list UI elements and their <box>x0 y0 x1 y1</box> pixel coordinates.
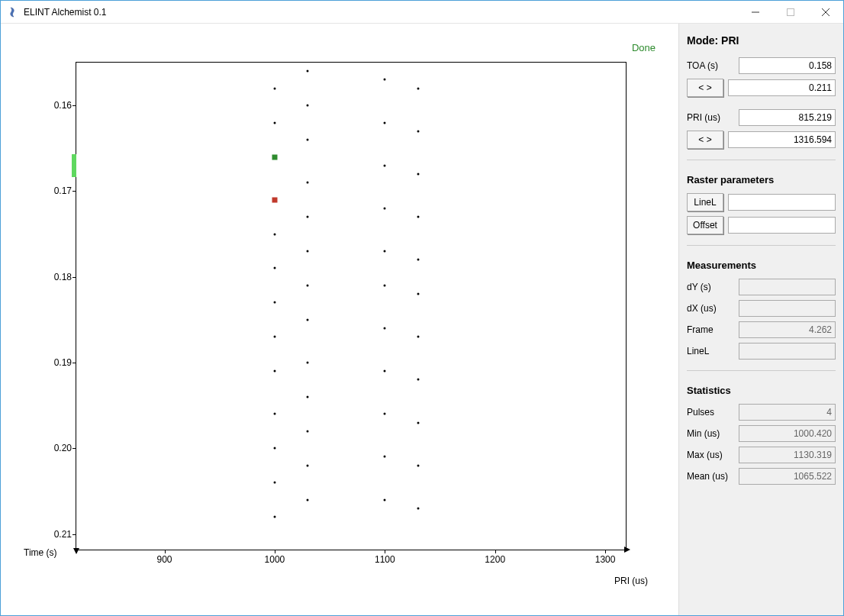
close-button[interactable] <box>808 1 843 24</box>
data-point <box>384 456 386 458</box>
linel-button[interactable]: LineL <box>687 193 723 211</box>
linel-input[interactable] <box>728 194 836 211</box>
x-tick-mark <box>385 550 385 553</box>
pulses-label: Pulses <box>687 407 734 418</box>
mode-title: Mode: PRI <box>687 34 836 47</box>
data-point <box>273 413 275 415</box>
dx-value <box>739 300 836 317</box>
data-point <box>384 413 386 415</box>
data-point <box>384 79 386 81</box>
dy-value <box>739 279 836 295</box>
divider <box>687 245 836 246</box>
data-point <box>307 70 309 73</box>
x-axis-label: PRI (us) <box>614 576 648 586</box>
data-point <box>307 139 309 141</box>
side-panel: Mode: PRI TOA (s) < > PRI (us) < > Raste… <box>678 24 843 615</box>
toa-from-input[interactable] <box>739 57 836 74</box>
data-point <box>417 293 419 295</box>
data-point <box>384 121 386 124</box>
divider <box>687 160 836 160</box>
data-point <box>307 464 309 466</box>
data-point <box>417 259 419 261</box>
app-body: Done 0.160.170.180.190.200.2190010001100… <box>1 24 843 615</box>
statistics-title: Statistics <box>687 385 836 396</box>
toa-to-input[interactable] <box>728 79 836 96</box>
data-point <box>273 267 275 269</box>
raster-title: Raster parameters <box>687 174 836 185</box>
y-tick-mark <box>72 363 76 363</box>
frame-value <box>739 321 836 338</box>
max-value <box>739 447 836 463</box>
data-point <box>273 482 275 484</box>
pulses-value <box>739 404 836 421</box>
data-point <box>307 498 309 501</box>
app-icon <box>7 6 19 18</box>
data-point <box>307 395 309 398</box>
data-point <box>384 207 386 209</box>
offset-input[interactable] <box>728 217 836 234</box>
data-point <box>384 250 386 253</box>
scatter-plot[interactable]: 0.160.170.180.190.200.219001000110012001… <box>76 62 627 550</box>
data-point <box>307 284 309 286</box>
offset-button[interactable]: Offset <box>687 216 723 234</box>
toa-label: TOA (s) <box>687 60 734 71</box>
data-point <box>307 216 309 218</box>
data-point <box>273 87 275 89</box>
y-axis-label: Time (s) <box>24 547 57 558</box>
data-point <box>417 464 419 466</box>
data-point <box>417 507 419 509</box>
data-point <box>307 182 309 184</box>
toa-nav-button[interactable]: < > <box>687 79 723 97</box>
min-label: Min (us) <box>687 428 734 439</box>
dy-label: dY (s) <box>687 282 734 292</box>
max-label: Max (us) <box>687 450 734 460</box>
frame-label: Frame <box>687 324 734 335</box>
dx-label: dX (us) <box>687 303 734 314</box>
window-title: ELINT Alchemist 0.1 <box>24 7 107 18</box>
data-point <box>384 164 386 166</box>
x-tick-mark <box>605 550 606 553</box>
y-tick-mark <box>72 277 76 278</box>
y-tick-mark <box>72 191 76 192</box>
min-value <box>739 425 836 442</box>
plot-area: Done 0.160.170.180.190.200.2190010001100… <box>1 24 678 615</box>
data-point <box>307 105 309 107</box>
data-point <box>273 370 275 373</box>
x-tick-mark <box>275 550 275 553</box>
mean-label: Mean (us) <box>687 471 734 482</box>
x-tick-mark <box>165 550 166 553</box>
green-marker[interactable] <box>272 154 277 160</box>
pri-to-input[interactable] <box>728 131 836 148</box>
data-point <box>307 318 309 321</box>
y-axis-arrow-icon <box>73 548 79 554</box>
data-point <box>417 130 419 132</box>
status-text: Done <box>632 42 656 53</box>
mean-value <box>739 468 836 485</box>
data-point <box>417 336 419 338</box>
y-tick-mark <box>72 534 76 535</box>
y-tick-mark <box>72 105 76 106</box>
svg-rect-1 <box>788 8 794 15</box>
app-window: ELINT Alchemist 0.1 Done 0.160.170.180.1… <box>0 0 844 616</box>
data-point <box>417 379 419 381</box>
data-point <box>273 447 275 450</box>
mlinel-value <box>739 343 836 360</box>
data-point <box>417 173 419 175</box>
data-point <box>307 361 309 363</box>
data-point <box>273 233 275 235</box>
pri-nav-button[interactable]: < > <box>687 131 723 149</box>
mlinel-label: LineL <box>687 346 734 356</box>
red-marker[interactable] <box>272 197 277 202</box>
x-tick-mark <box>495 550 496 553</box>
minimize-button[interactable] <box>738 1 773 24</box>
pri-from-input[interactable] <box>739 109 836 126</box>
data-point <box>384 327 386 330</box>
data-point <box>273 302 275 304</box>
maximize-button[interactable] <box>773 1 808 24</box>
data-point <box>384 498 386 501</box>
data-point <box>307 250 309 253</box>
data-point <box>273 121 275 124</box>
titlebar: ELINT Alchemist 0.1 <box>1 1 843 24</box>
data-point <box>417 216 419 218</box>
pri-label: PRI (us) <box>687 112 734 123</box>
